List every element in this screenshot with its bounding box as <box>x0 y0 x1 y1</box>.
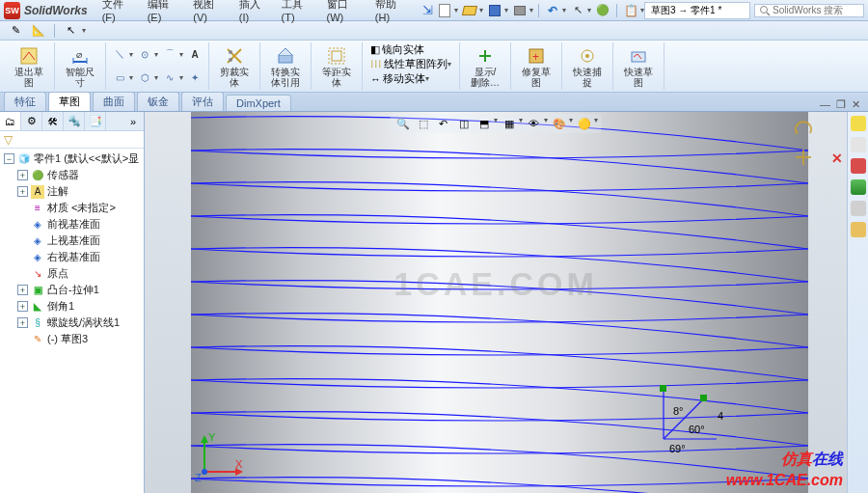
scene-icon[interactable]: 🎨 <box>551 116 568 131</box>
taskpane-custom-icon[interactable] <box>851 222 866 237</box>
zoom-fit-icon[interactable]: 🔍 <box>394 116 412 131</box>
fm-tab-extra-icon[interactable]: 📑 <box>85 112 106 130</box>
zoom-area-icon[interactable]: ⬚ <box>415 116 432 131</box>
menu-tools[interactable]: 工具(T) <box>277 0 318 25</box>
dropdown-icon[interactable]: ▾ <box>129 50 133 59</box>
tree-item[interactable]: ◈上视基准面 <box>2 233 142 249</box>
spline-tool-icon[interactable]: ∿ <box>162 70 177 84</box>
tab-sketch[interactable]: 草图 <box>48 92 91 111</box>
select-button[interactable]: ↖ <box>569 3 586 18</box>
taskpane-library-icon[interactable] <box>851 137 866 152</box>
tab-dimxpert[interactable]: DimXpert <box>226 95 291 111</box>
polygon-tool-icon[interactable]: ⬡ <box>137 70 152 84</box>
tree-item[interactable]: +A注解 <box>2 183 142 200</box>
search-input[interactable] <box>773 5 859 15</box>
trim-button[interactable]: 剪裁实体 <box>215 42 254 91</box>
hide-show-icon[interactable]: 👁 <box>526 116 543 131</box>
circle-tool-icon[interactable]: ⊙ <box>137 47 152 61</box>
line-tool-icon[interactable]: ＼ <box>112 47 127 61</box>
new-button[interactable] <box>436 3 453 18</box>
collapse-icon[interactable]: − <box>4 153 14 164</box>
expand-icon[interactable]: + <box>17 285 28 295</box>
rapid-sketch-button[interactable]: 快速草图 <box>619 42 658 91</box>
tree-root[interactable]: −🧊零件1 (默认<<默认>显 <box>2 151 142 167</box>
dim-angle-60[interactable]: 60° <box>689 424 705 435</box>
menu-edit[interactable]: 编辑(E) <box>143 0 185 25</box>
quick-snap-button[interactable]: 快速捕捉 <box>568 42 607 91</box>
expand-icon[interactable]: + <box>17 170 28 180</box>
offset-button[interactable]: 等距实体 <box>317 42 356 91</box>
exit-sketch-corner-icon[interactable]: ✕ <box>831 151 843 166</box>
mirror-button[interactable]: ◧镜向实体 <box>368 42 453 57</box>
convert-button[interactable]: 转换实体引用 <box>266 42 305 91</box>
point-tool-icon[interactable]: ✦ <box>187 70 203 84</box>
pan-icon[interactable] <box>793 147 814 168</box>
view-orient-icon[interactable]: ⬒ <box>475 116 493 131</box>
dropdown-icon[interactable]: ▾ <box>179 50 183 59</box>
tab-evaluate[interactable]: 评估 <box>181 92 224 111</box>
fm-tab-prop-icon[interactable]: ⚙ <box>21 112 42 130</box>
close-icon[interactable]: ✕ <box>852 98 860 111</box>
pin-icon[interactable]: ⇲ <box>422 3 433 17</box>
dropdown-icon[interactable]: ▾ <box>587 6 591 14</box>
taskpane-resources-icon[interactable] <box>851 116 866 131</box>
open-button[interactable] <box>461 3 478 18</box>
dropdown-icon[interactable]: ▾ <box>179 73 183 82</box>
dim-length-4[interactable]: 4 <box>718 410 723 422</box>
tree-item[interactable]: +🟢传感器 <box>2 167 142 183</box>
expand-icon[interactable]: + <box>17 317 28 328</box>
dropdown-icon[interactable]: ▾ <box>129 73 133 82</box>
minimize-icon[interactable]: — <box>820 98 830 111</box>
tree-item[interactable]: ◈右视基准面 <box>2 249 142 265</box>
menu-window[interactable]: 窗口(W) <box>322 0 366 25</box>
arc-tool-icon[interactable]: ⌒ <box>162 47 177 61</box>
dropdown-icon[interactable]: ▾ <box>82 26 86 35</box>
filter-icon[interactable]: ▽ <box>4 133 13 147</box>
tree-item[interactable]: +◣倒角1 <box>2 298 142 315</box>
expand-icon[interactable]: + <box>17 301 28 312</box>
taskpane-palette-icon[interactable] <box>851 179 866 195</box>
pattern-button[interactable]: ⁞⁞⁞线性草图阵列▾ <box>368 57 453 71</box>
panel-expand-icon[interactable]: » <box>122 112 144 130</box>
fm-tab-tree-icon[interactable]: 🗂 <box>0 112 21 130</box>
taskpane-explorer-icon[interactable] <box>851 158 866 174</box>
display-style-icon[interactable]: ▦ <box>501 116 518 131</box>
exit-sketch-button[interactable]: 退出草图 <box>10 42 48 91</box>
fm-tab-display-icon[interactable]: 🔩 <box>64 112 85 130</box>
save-button[interactable] <box>486 3 503 18</box>
cursor-icon[interactable]: ↖ <box>61 23 80 39</box>
tab-surface[interactable]: 曲面 <box>93 92 135 111</box>
tree-item[interactable]: +▣凸台-拉伸1 <box>2 282 142 298</box>
tree-item[interactable]: ✎(-) 草图3 <box>2 331 142 347</box>
view-settings-icon[interactable]: 🟡 <box>576 116 593 131</box>
dim-angle-69[interactable]: 69° <box>669 443 686 454</box>
dropdown-icon[interactable]: ▾ <box>529 6 533 14</box>
display-delete-button[interactable]: 显示/删除… <box>466 42 504 91</box>
rect-tool-icon[interactable]: ▭ <box>112 70 127 84</box>
options-button[interactable]: 📋 <box>622 3 639 18</box>
repair-sketch-button[interactable]: + 修复草图 <box>517 42 556 91</box>
menu-help[interactable]: 帮助(H) <box>370 0 413 25</box>
dimension-tool-icon[interactable]: 📐 <box>29 23 48 39</box>
rebuild-button[interactable]: 🟢 <box>594 3 611 18</box>
tab-features[interactable]: 特征 <box>4 92 46 111</box>
maximize-icon[interactable]: ❐ <box>836 98 846 111</box>
smart-dimension-button[interactable]: Ø 智能尺寸 <box>61 42 99 91</box>
search-box[interactable] <box>754 4 864 17</box>
menu-view[interactable]: 视图(V) <box>188 0 231 25</box>
sketch-tool-icon[interactable]: ✎ <box>6 23 25 39</box>
prev-view-icon[interactable]: ↶ <box>435 116 452 131</box>
dropdown-icon[interactable]: ▾ <box>479 6 483 14</box>
dim-angle-8[interactable]: 8° <box>673 405 684 417</box>
undo-button[interactable]: ↶ <box>544 3 561 18</box>
text-icon[interactable]: A <box>187 47 203 61</box>
tree-item[interactable]: ↘原点 <box>2 265 142 282</box>
dropdown-icon[interactable]: ▾ <box>154 73 158 82</box>
section-view-icon[interactable]: ◫ <box>455 116 473 131</box>
tree-item[interactable]: ≡材质 <未指定> <box>2 200 142 216</box>
graphics-viewport[interactable]: 1CAE.COM 🔍 ⬚ ↶ ◫ ⬒▾ ▦▾ 👁▾ 🎨▾ 🟡▾ ✕ <box>145 112 847 493</box>
move-button[interactable]: ↔移动实体▾ <box>368 71 453 86</box>
taskpane-appearances-icon[interactable] <box>851 201 866 216</box>
rotate-icon[interactable] <box>793 120 814 141</box>
menu-insert[interactable]: 插入(I) <box>234 0 273 25</box>
